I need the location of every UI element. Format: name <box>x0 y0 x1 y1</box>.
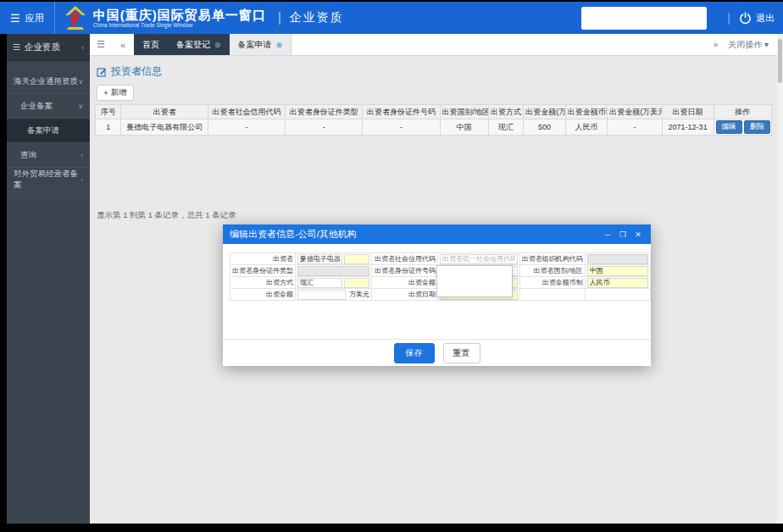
org-code-field-label: 出资者组织机构代码 <box>519 253 585 265</box>
chevron-left-icon: ‹ <box>81 176 83 184</box>
method-code-input[interactable] <box>344 278 369 288</box>
id-type-field-label: 出资者身份证件类型 <box>230 265 296 277</box>
logout-button[interactable]: 退出 <box>756 12 775 25</box>
section-title-row: 投资者信息 <box>97 64 772 79</box>
col-header: 出资方式 <box>488 105 524 119</box>
apps-menu-button[interactable]: ☰ 应用 <box>0 2 54 34</box>
header-search-input[interactable] <box>581 7 707 30</box>
maximize-icon[interactable]: ❐ <box>617 230 629 239</box>
save-button[interactable]: 保存 <box>394 343 435 363</box>
tab-bar: ☰ « 首页 备案登记 ⊗ 备案申请 ⊗ » 关闭操作 ▾ <box>90 34 777 56</box>
close-operations-dropdown[interactable]: 关闭操作 ▾ <box>728 39 769 51</box>
col-header: 出资金额(万) <box>524 105 565 119</box>
edit-row-button[interactable]: 编辑 <box>716 120 742 134</box>
col-header: 出资金额币制 <box>565 105 607 119</box>
sidebar-item-label: 查询 <box>14 150 81 161</box>
scroll-tabs-left-icon[interactable]: « <box>112 34 134 55</box>
tab-filing-application[interactable]: 备案申请 ⊗ <box>230 34 292 55</box>
tab-close-icon[interactable]: ⊗ <box>276 41 283 49</box>
cell-country: 中国 <box>440 119 488 136</box>
left-edge-strip <box>0 34 7 524</box>
table-row: 1 曼德电子电器有限公司 - - - 中国 现汇 500 人民币 - 2071-… <box>96 119 772 136</box>
delete-row-button[interactable]: 删除 <box>744 120 770 134</box>
country-input[interactable] <box>587 266 648 276</box>
col-header: 操作 <box>714 105 771 119</box>
currency-input[interactable] <box>587 278 648 288</box>
modal-title-bar[interactable]: 编辑出资者信息-公司/其他机构 ─ ❐ ✕ <box>223 224 651 244</box>
close-icon[interactable]: ✕ <box>632 230 644 239</box>
credit-code-input[interactable] <box>440 254 518 264</box>
cell-seq: 1 <box>96 119 121 136</box>
sidebar-item-label: 对外贸易经营者备案 <box>14 169 81 191</box>
header-right: | 退出 <box>581 7 783 30</box>
section-title: 投资者信息 <box>111 64 162 79</box>
tab-filing-registration[interactable]: 备案登记 ⊗ <box>168 34 230 55</box>
brand: 中国(重庆)国际贸易单一窗口 China International Trade… <box>55 5 266 30</box>
cell-date: 2071-12-31 <box>662 119 714 136</box>
cell-credit-code: - <box>208 119 285 136</box>
cell-amount-usd: - <box>608 119 663 136</box>
sidebar: ☰ 企业资质 ‹ 海关企业通用资质 ∨ 企业备案 ∨ 备案申请 查询 ‹ 对外贸… <box>7 34 90 524</box>
cell-currency: 人民币 <box>565 119 607 136</box>
col-header: 出资者社会信用代码 <box>208 105 285 119</box>
credit-code-field-label: 出资者社会信用代码 <box>372 253 438 265</box>
tab-label: 首页 <box>142 39 159 51</box>
add-button-label: 新增 <box>111 87 127 98</box>
id-number-dropdown-panel[interactable] <box>436 265 513 297</box>
single-window-logo-icon <box>64 5 87 30</box>
minimize-icon[interactable]: ─ <box>602 230 614 239</box>
col-header: 出资国别/地区 <box>440 105 488 119</box>
chevron-left-icon: ‹ <box>81 152 83 159</box>
org-code-input[interactable] <box>587 254 648 264</box>
app-header: ☰ 应用 中国(重庆)国际贸易单一窗口 China International … <box>0 2 783 34</box>
sidebar-item-query[interactable]: 查询 ‹ <box>7 143 90 168</box>
col-header: 序号 <box>96 105 121 119</box>
tab-label: 备案申请 <box>238 39 272 51</box>
col-header: 出资日期 <box>662 105 714 119</box>
cell-method: 现汇 <box>488 119 524 136</box>
brand-text: 中国(重庆)国际贸易单一窗口 China International Trade… <box>93 8 266 28</box>
date-field-label: 出资日期 <box>372 289 438 301</box>
investor-name-input[interactable] <box>297 254 342 264</box>
scrollbar-thumb[interactable] <box>778 39 782 83</box>
sidebar-collapse-icon[interactable]: ‹ <box>81 43 84 52</box>
hamburger-icon: ☰ <box>10 12 20 25</box>
cell-id-type: - <box>286 119 363 136</box>
chevron-down-icon: ∨ <box>78 103 83 110</box>
modal-title: 编辑出资者信息-公司/其他机构 <box>230 228 598 241</box>
table-header-row: 序号 出资者 出资者社会信用代码 出资者身份证件类型 出资者身份证件号码 出资国… <box>96 105 772 119</box>
sidebar-item-label: 企业备案 <box>14 101 78 112</box>
id-type-input[interactable] <box>297 266 369 276</box>
add-investor-button[interactable]: + 新增 <box>97 85 134 101</box>
tab-home[interactable]: 首页 <box>134 34 168 55</box>
scroll-tabs-right-icon[interactable]: » <box>714 40 719 49</box>
vertical-scrollbar[interactable] <box>777 34 783 524</box>
tabbar-spacer <box>292 34 714 55</box>
country-field-label: 出资者国别/地区 <box>519 265 585 277</box>
sidebar-item-foreign-trade-operator-filing[interactable]: 对外贸易经营者备案 ‹ <box>7 168 90 192</box>
power-icon[interactable] <box>739 12 752 25</box>
cell-actions: 编辑 删除 <box>714 119 771 136</box>
sidebar-header[interactable]: ☰ 企业资质 ‹ <box>7 34 90 61</box>
cell-investor: 曼德电子电器有限公司 <box>121 119 208 136</box>
title-separator: | <box>278 10 281 25</box>
amount-field-label: 出资金额 <box>372 277 438 289</box>
sidebar-item-enterprise-filing[interactable]: 企业备案 ∨ <box>7 94 90 119</box>
edit-investor-modal: 编辑出资者信息-公司/其他机构 ─ ❐ ✕ 出资者 出资者社会信用代码 出资 <box>223 224 651 366</box>
amount-usd-field-label: 出资金额 <box>230 289 296 301</box>
method-input[interactable] <box>297 278 342 288</box>
cell-id-number: - <box>363 119 440 136</box>
tab-menu-icon[interactable]: ☰ <box>90 34 112 55</box>
investor-code-input[interactable] <box>344 254 369 264</box>
reset-button[interactable]: 重置 <box>443 343 480 363</box>
amount-usd-input[interactable] <box>297 290 346 300</box>
amount-usd-unit: 万美元 <box>349 290 369 299</box>
sidebar-title: 企业资质 <box>25 42 77 53</box>
apps-menu-label: 应用 <box>25 12 44 25</box>
sidebar-item-label: 备案申请 <box>14 125 83 136</box>
logout-separator: | <box>727 11 730 25</box>
sidebar-item-filing-application-active[interactable]: 备案申请 <box>7 119 90 143</box>
tab-close-icon[interactable]: ⊗ <box>214 41 221 49</box>
sidebar-item-customs-general-qualification[interactable]: 海关企业通用资质 ∨ <box>7 69 90 94</box>
col-header: 出资者 <box>121 105 208 119</box>
